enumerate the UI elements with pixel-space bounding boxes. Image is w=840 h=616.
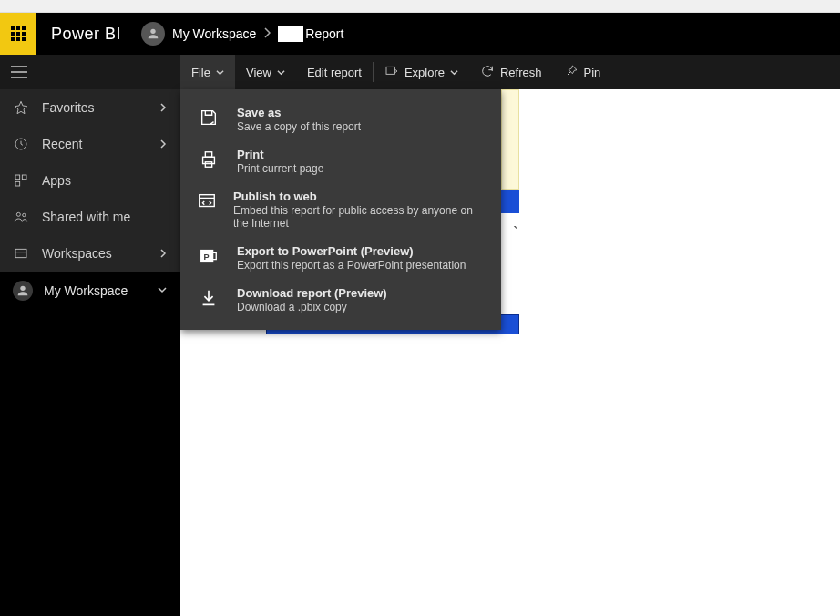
- svg-point-8: [20, 286, 25, 291]
- user-avatar-icon: [141, 22, 165, 46]
- print-icon: [197, 148, 220, 175]
- svg-text:P: P: [204, 252, 210, 262]
- menu-item-title: Download report (Preview): [237, 286, 387, 300]
- svg-rect-9: [386, 67, 394, 74]
- content-area: File View Edit report Explore Refresh: [180, 55, 840, 616]
- toolbar-label: Explore: [405, 66, 445, 79]
- toolbar-edit-button[interactable]: Edit report: [296, 55, 373, 89]
- menu-item-title: Export to PowerPoint (Preview): [237, 244, 466, 258]
- download-icon: [197, 286, 220, 313]
- user-avatar-icon: [13, 281, 33, 301]
- sidebar-item-label: Recent: [42, 137, 82, 151]
- pin-icon: [564, 64, 579, 81]
- redaction-box: [278, 26, 303, 42]
- clock-icon: [13, 137, 29, 151]
- menu-item-sub: Export this report as a PowerPoint prese…: [237, 259, 466, 272]
- sidebar-item-label: Shared with me: [42, 210, 130, 224]
- svg-rect-11: [205, 152, 211, 158]
- toolbar-explore-button[interactable]: Explore: [374, 55, 469, 89]
- file-menu-publish-web[interactable]: Publish to web Embed this report for pub…: [180, 182, 501, 237]
- svg-point-0: [150, 29, 155, 34]
- save-icon: [197, 106, 220, 133]
- svg-rect-7: [15, 249, 26, 257]
- chevron-right-icon: [159, 100, 168, 115]
- breadcrumb: My Workspace Report: [141, 22, 343, 46]
- sidebar-item-recent[interactable]: Recent: [0, 126, 180, 162]
- svg-rect-13: [200, 195, 215, 207]
- svg-rect-3: [22, 175, 26, 180]
- svg-point-6: [23, 213, 26, 216]
- browser-chrome-strip: [0, 0, 840, 13]
- chevron-down-icon: [450, 68, 458, 77]
- apps-icon: [13, 173, 29, 188]
- toolbar-file-button[interactable]: File: [180, 55, 235, 89]
- toolbar-label: Edit report: [307, 66, 362, 79]
- chevron-right-icon: [263, 26, 271, 41]
- toolbar-label: View: [246, 66, 271, 79]
- toolbar-label: File: [191, 66, 210, 79]
- menu-item-title: Print: [237, 148, 323, 161]
- star-icon: [13, 100, 29, 115]
- sidebar-item-favorites[interactable]: Favorites: [0, 89, 180, 126]
- report-canvas-bluebar: [501, 190, 519, 213]
- toolbar-label: Refresh: [500, 66, 542, 79]
- people-icon: [13, 210, 29, 224]
- workspaces-icon: [13, 246, 29, 261]
- file-dropdown-menu: Save as Save a copy of this report Print…: [180, 89, 501, 330]
- report-toolbar: File View Edit report Explore Refresh: [180, 55, 840, 89]
- left-sidebar: Favorites Recent Apps Shared with me: [0, 55, 180, 616]
- file-menu-print[interactable]: Print Print current page: [180, 140, 501, 182]
- menu-item-title: Publish to web: [233, 190, 485, 203]
- toolbar-label: Pin: [584, 66, 601, 79]
- sidebar-item-label: Workspaces: [42, 246, 112, 261]
- sidebar-item-label: Apps: [42, 173, 71, 188]
- svg-rect-10: [203, 157, 215, 163]
- refresh-icon: [480, 64, 495, 81]
- sidebar-item-shared[interactable]: Shared with me: [0, 199, 180, 235]
- breadcrumb-report: Report: [305, 26, 343, 41]
- sidebar-item-label: My Workspace: [44, 283, 128, 298]
- svg-point-5: [16, 212, 20, 216]
- toolbar-refresh-button[interactable]: Refresh: [469, 55, 553, 89]
- explore-icon: [384, 64, 399, 81]
- sidebar-item-workspaces[interactable]: Workspaces: [0, 235, 180, 272]
- menu-item-sub: Save a copy of this report: [237, 120, 361, 133]
- powerpoint-icon: P: [197, 244, 220, 272]
- sidebar-item-label: Favorites: [42, 100, 95, 115]
- menu-item-sub: Embed this report for public access by a…: [233, 204, 485, 230]
- toolbar-pin-button[interactable]: Pin: [553, 55, 612, 89]
- chevron-down-icon: [216, 68, 224, 77]
- file-menu-export-powerpoint[interactable]: P Export to PowerPoint (Preview) Export …: [180, 237, 501, 279]
- svg-rect-4: [15, 181, 20, 186]
- chevron-right-icon: [159, 137, 168, 151]
- brand-title: Power BI: [36, 25, 136, 44]
- report-canvas-peek: [501, 89, 519, 190]
- svg-rect-12: [205, 162, 211, 168]
- chevron-right-icon: [159, 246, 168, 261]
- sidebar-toggle-button[interactable]: [0, 55, 180, 89]
- file-menu-download-report[interactable]: Download report (Preview) Download a .pb…: [180, 279, 501, 321]
- toolbar-view-button[interactable]: View: [235, 55, 296, 89]
- sidebar-spacer: [0, 310, 180, 616]
- app-header: Power BI My Workspace Report: [0, 13, 840, 55]
- sidebar-item-my-workspace[interactable]: My Workspace: [0, 272, 180, 310]
- chevron-down-icon: [157, 283, 168, 298]
- menu-item-sub: Print current page: [237, 162, 323, 175]
- app-launcher-button[interactable]: [0, 13, 36, 55]
- sidebar-item-apps[interactable]: Apps: [0, 162, 180, 199]
- breadcrumb-workspace[interactable]: My Workspace: [172, 26, 256, 41]
- menu-item-title: Save as: [237, 106, 361, 119]
- waffle-icon: [11, 26, 26, 41]
- svg-rect-2: [15, 175, 20, 180]
- embed-icon: [197, 190, 217, 230]
- caret-mark: `: [513, 224, 518, 243]
- file-menu-save-as[interactable]: Save as Save a copy of this report: [180, 98, 501, 140]
- chevron-down-icon: [277, 68, 285, 77]
- menu-item-sub: Download a .pbix copy: [237, 301, 387, 313]
